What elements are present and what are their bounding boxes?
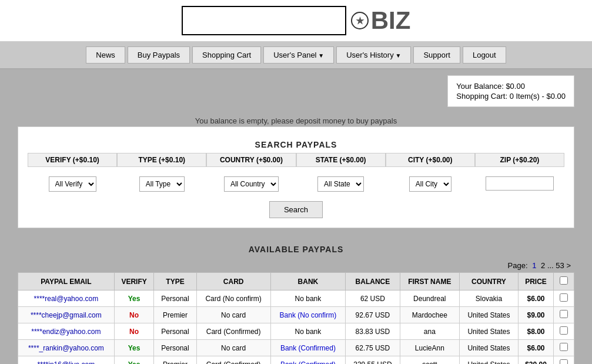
city-select[interactable]: All City: [409, 176, 451, 192]
cell-firstname: LucieAnn: [400, 340, 459, 356]
cell-verify: Yes: [114, 290, 154, 307]
cell-card: Card (Confirmed): [196, 323, 270, 340]
cell-firstname: ana: [400, 323, 459, 340]
filter-city-header: CITY (+$0.00): [386, 153, 475, 167]
th-price: PRICE: [518, 273, 553, 290]
th-card: CARD: [196, 273, 270, 290]
cell-balance: 339.55 USD: [346, 356, 400, 365]
cell-verify: No: [114, 323, 154, 340]
table-row: ****real@yahoo.com Yes Personal Card (No…: [18, 290, 574, 307]
logo-input[interactable]: [182, 6, 346, 35]
city-select-col: All City: [386, 174, 475, 194]
row-checkbox[interactable]: [560, 310, 568, 318]
search-button[interactable]: Search: [269, 201, 323, 218]
cell-email: ****in16@live.com: [18, 356, 115, 365]
zip-input[interactable]: [486, 176, 553, 191]
nav-buy-paypals[interactable]: Buy Paypals: [128, 46, 190, 64]
logo-biz: ★ BIZ: [351, 6, 411, 35]
country-select-col: All Country: [206, 174, 296, 194]
select-all-checkbox[interactable]: [560, 276, 568, 285]
cell-price: $6.00: [518, 290, 553, 307]
nav-bar: News Buy Paypals Shopping Cart User's Pa…: [0, 42, 592, 69]
search-button-area: Search: [28, 201, 564, 218]
cell-verify: Yes: [114, 340, 154, 356]
table-header-row: PAYPAL EMAIL VERIFY TYPE CARD BANK BALAN…: [18, 273, 574, 290]
filter-verify-header: VERIFY (+$0.10): [28, 153, 117, 167]
cell-card: Card (Confirmed): [196, 356, 270, 365]
cell-country: Slovakia: [459, 290, 518, 307]
verify-select[interactable]: All Verify: [49, 176, 96, 192]
cell-country: United States: [459, 323, 518, 340]
balance-line2: Shopping Cart: 0 Item(s) - $0.00: [456, 92, 566, 101]
cell-checkbox: [554, 323, 574, 340]
cell-balance: 62 USD: [346, 290, 400, 307]
nav-users-panel[interactable]: User's Panel: [263, 46, 334, 64]
cell-type: Premier: [154, 307, 196, 323]
nav-logout[interactable]: Logout: [463, 46, 506, 64]
state-select-col: All State: [296, 174, 386, 194]
cell-firstname: Deundreal: [400, 290, 459, 307]
available-title: AVAILABLE PAYPALS: [18, 240, 574, 259]
cell-country: United States: [459, 356, 518, 365]
th-verify: VERIFY: [114, 273, 154, 290]
balance-area: Your Balance: $0.00 Shopping Cart: 0 Ite…: [0, 69, 592, 113]
balance-line1: Your Balance: $0.00: [456, 82, 566, 91]
cell-checkbox: [554, 290, 574, 307]
search-filter-selects: All Verify All Type All Country All Stat…: [28, 174, 564, 194]
table-row: ****endiz@yahoo.com No Personal Card (Co…: [18, 323, 574, 340]
cell-country: United States: [459, 307, 518, 323]
page-1-link[interactable]: 1: [532, 261, 536, 270]
country-select[interactable]: All Country: [224, 176, 279, 192]
cell-card: No card: [196, 307, 270, 323]
table-row: ****cheejp@gmail.com No Premier No card …: [18, 307, 574, 323]
cell-type: Personal: [154, 340, 196, 356]
cell-price: $20.00: [518, 356, 553, 365]
cell-firstname: Mardochee: [400, 307, 459, 323]
cell-checkbox: [554, 356, 574, 365]
nav-shopping-cart[interactable]: Shopping Cart: [192, 46, 261, 64]
cell-bank: No bank: [270, 323, 346, 340]
filter-state-header: STATE (+$0.00): [296, 153, 386, 167]
cell-price: $8.00: [518, 323, 553, 340]
cell-checkbox: [554, 340, 574, 356]
row-checkbox[interactable]: [560, 293, 568, 302]
row-checkbox[interactable]: [560, 359, 568, 364]
verify-select-col: All Verify: [28, 174, 117, 194]
search-container: SEARCH PAYPALS VERIFY (+$0.10) TYPE (+$0…: [18, 126, 574, 228]
nav-news[interactable]: News: [86, 46, 125, 64]
cell-balance: 83.83 USD: [346, 323, 400, 340]
cell-card: Card (No confirm): [196, 290, 270, 307]
cell-type: Personal: [154, 323, 196, 340]
nav-support[interactable]: Support: [413, 46, 460, 64]
type-select-col: All Type: [117, 174, 206, 194]
row-checkbox[interactable]: [560, 343, 568, 351]
cell-verify: No: [114, 307, 154, 323]
header: ★ BIZ: [0, 0, 592, 42]
cell-country: United States: [459, 340, 518, 356]
balance-box: Your Balance: $0.00 Shopping Cart: 0 Ite…: [447, 75, 574, 107]
state-select[interactable]: All State: [317, 176, 364, 192]
type-select[interactable]: All Type: [139, 176, 185, 192]
th-balance: BALANCE: [346, 273, 400, 290]
cell-bank: No bank: [270, 290, 346, 307]
cell-bank: Bank (Confirmed): [270, 340, 346, 356]
cell-email: ****cheejp@gmail.com: [18, 307, 115, 323]
row-checkbox[interactable]: [560, 326, 568, 335]
zip-input-col: [475, 174, 564, 194]
cell-firstname: scott: [400, 356, 459, 365]
notice-text: You balance is empty, please deposit mon…: [0, 113, 592, 126]
th-checkbox: [554, 273, 574, 290]
page-dots[interactable]: 2 ... 53 >: [541, 261, 571, 270]
cell-checkbox: [554, 307, 574, 323]
th-type: TYPE: [154, 273, 196, 290]
nav-users-history[interactable]: User's History: [336, 46, 411, 64]
cell-price: $6.00: [518, 340, 553, 356]
cell-type: Personal: [154, 290, 196, 307]
cell-balance: 92.67 USD: [346, 307, 400, 323]
filter-type-header: TYPE (+$0.10): [117, 153, 206, 167]
cell-balance: 62.75 USD: [346, 340, 400, 356]
th-email: PAYPAL EMAIL: [18, 273, 115, 290]
cell-bank: Bank (Confirmed): [270, 356, 346, 365]
cell-email: ****endiz@yahoo.com: [18, 323, 115, 340]
search-title: SEARCH PAYPALS: [28, 136, 564, 153]
